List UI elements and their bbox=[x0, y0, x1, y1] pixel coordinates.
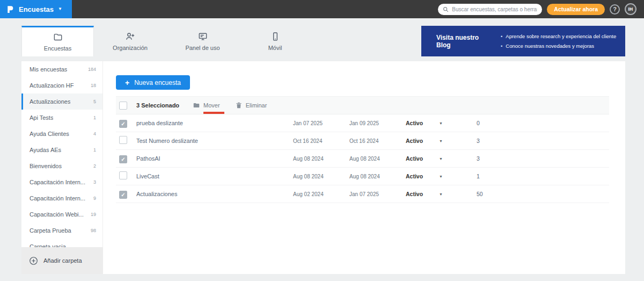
response-count: 3 bbox=[470, 138, 502, 144]
sidebar-folder-item[interactable]: Api Tests 1 bbox=[21, 110, 103, 126]
folder-label: Bienvenidos bbox=[30, 163, 62, 169]
folder-count: 2 bbox=[90, 163, 96, 169]
start-date: Jan 07 2025 bbox=[293, 120, 349, 126]
tabs-row: Encuestas Organización Panel de uso Móvi… bbox=[21, 26, 625, 56]
bullet-icon bbox=[501, 43, 502, 49]
folder-count: 19 bbox=[87, 212, 96, 217]
bullet-icon bbox=[501, 33, 502, 39]
survey-row: LiveCast Aug 08 2024 Aug 08 2024 Activo … bbox=[116, 168, 609, 185]
tab-label: Encuestas bbox=[44, 45, 71, 52]
survey-name[interactable]: Test Numero deslizante bbox=[136, 138, 293, 144]
tab-label: Panel de uso bbox=[185, 45, 219, 51]
tabs: Encuestas Organización Panel de uso Móvi… bbox=[21, 26, 311, 56]
response-count: 0 bbox=[470, 120, 502, 126]
row-checkbox[interactable] bbox=[119, 155, 127, 163]
product-menu[interactable]: Encuestas ▼ bbox=[0, 0, 72, 18]
tab-movil[interactable]: Móvil bbox=[239, 26, 311, 56]
folder-list: Mis encuestas 184 Actualizacion HF 18 Ac… bbox=[21, 61, 103, 255]
survey-name[interactable]: PathosAI bbox=[136, 155, 293, 162]
sidebar-folder-item[interactable]: Capacitación Webi... 19 bbox=[21, 206, 103, 222]
folder-label: Actualizacion HF bbox=[30, 82, 74, 89]
blog-promo-panel[interactable]: Visita nuestro Blog Aprende sobre resear… bbox=[421, 26, 625, 56]
survey-name[interactable]: LiveCast bbox=[136, 173, 293, 179]
search-box bbox=[438, 4, 542, 15]
folder-label: Actualizaciones bbox=[30, 98, 70, 105]
move-action[interactable]: Mover bbox=[193, 102, 220, 109]
folder-count: 18 bbox=[87, 83, 96, 88]
row-checkbox[interactable] bbox=[119, 191, 127, 199]
survey-name[interactable]: prueba deslizante bbox=[136, 120, 293, 126]
new-survey-button[interactable]: + Nueva encuesta bbox=[116, 75, 190, 90]
row-checkbox[interactable] bbox=[119, 136, 127, 144]
topbar-right: Actualizar ahora ? IH bbox=[438, 3, 644, 15]
screen-icon bbox=[197, 31, 208, 42]
annotation-underline bbox=[203, 112, 224, 114]
folder-label: Capacitación Intern... bbox=[30, 179, 85, 185]
search-input[interactable] bbox=[452, 6, 537, 12]
help-button[interactable]: ? bbox=[610, 4, 620, 15]
delete-label: Eliminar bbox=[246, 102, 267, 109]
blog-title: Visita nuestro Blog bbox=[421, 34, 501, 49]
select-all-checkbox[interactable] bbox=[119, 102, 127, 110]
sidebar-folder-item[interactable]: Bienvenidos 2 bbox=[21, 158, 103, 174]
start-date: Aug 02 2024 bbox=[293, 191, 349, 197]
add-folder-label: Añadir carpeta bbox=[43, 257, 82, 264]
start-date: Aug 08 2024 bbox=[293, 174, 349, 179]
body-row: Mis encuestas 184 Actualizacion HF 18 Ac… bbox=[21, 61, 625, 274]
plus-icon: + bbox=[125, 79, 129, 87]
status-dropdown-caret[interactable]: ▼ bbox=[439, 175, 470, 178]
update-now-button[interactable]: Actualizar ahora bbox=[547, 4, 605, 15]
sidebar-folder-item[interactable]: Actualizaciones 5 bbox=[21, 93, 103, 110]
product-menu-label: Encuestas bbox=[19, 5, 54, 13]
sidebar-folder-item[interactable]: Mis encuestas 184 bbox=[21, 61, 103, 77]
folder-count: 98 bbox=[87, 228, 96, 233]
folder-count: 1 bbox=[90, 147, 96, 153]
folder-count: 5 bbox=[90, 99, 96, 104]
folder-count: 184 bbox=[85, 67, 96, 72]
row-checkbox[interactable] bbox=[119, 120, 127, 128]
move-folder-icon bbox=[193, 102, 200, 109]
tab-panel-de-uso[interactable]: Panel de uso bbox=[166, 26, 239, 56]
folder-label: Capacitación Webi... bbox=[30, 211, 84, 218]
sidebar-folder-item[interactable]: Carpeta Prueba 98 bbox=[21, 222, 103, 239]
status-dropdown-caret[interactable]: ▼ bbox=[439, 192, 470, 196]
people-icon bbox=[125, 31, 136, 42]
sidebar-folder-item[interactable]: Ayuda Clientes 4 bbox=[21, 126, 103, 142]
end-date: Jan 07 2025 bbox=[349, 191, 406, 197]
sidebar-folder-item[interactable]: Capacitación Intern... 3 bbox=[21, 174, 103, 190]
start-date: Aug 08 2024 bbox=[293, 156, 349, 162]
end-date: Aug 08 2024 bbox=[349, 174, 406, 179]
sidebar-folder-item[interactable]: Capacitación Intern... 9 bbox=[21, 190, 103, 206]
delete-action[interactable]: Eliminar bbox=[235, 102, 267, 109]
folder-icon bbox=[53, 32, 63, 42]
folder-label: Ayuda Clientes bbox=[30, 131, 69, 137]
status-dropdown-caret[interactable]: ▼ bbox=[439, 139, 470, 143]
row-checkbox[interactable] bbox=[119, 171, 127, 179]
blog-bullet: Aprende sobre research y experiencia del… bbox=[501, 33, 616, 39]
folder-label: Carpeta Prueba bbox=[30, 227, 71, 234]
tab-encuestas[interactable]: Encuestas bbox=[21, 26, 94, 56]
plus-circle-icon bbox=[28, 256, 39, 266]
survey-name[interactable]: Actualizaciones bbox=[136, 191, 293, 197]
mobile-icon bbox=[270, 31, 281, 42]
sidebar-folder-item[interactable]: Ayudas AEs 1 bbox=[21, 142, 103, 158]
new-survey-label: Nueva encuesta bbox=[134, 79, 181, 87]
add-folder-button[interactable]: Añadir carpeta bbox=[21, 247, 103, 274]
survey-status: Activo bbox=[406, 173, 439, 179]
avatar[interactable]: IH bbox=[625, 3, 636, 15]
folder-label: Ayudas AEs bbox=[30, 147, 61, 153]
sidebar: Mis encuestas 184 Actualizacion HF 18 Ac… bbox=[21, 61, 103, 274]
status-dropdown-caret[interactable]: ▼ bbox=[439, 121, 470, 125]
response-count: 3 bbox=[470, 155, 502, 162]
blog-bullet: Conoce nuestras novedades y mejoras bbox=[501, 43, 616, 49]
folder-count: 9 bbox=[90, 196, 96, 201]
tab-organizacion[interactable]: Organización bbox=[94, 26, 166, 56]
tab-label: Móvil bbox=[268, 45, 282, 51]
end-date: Jan 09 2025 bbox=[349, 120, 406, 126]
status-dropdown-caret[interactable]: ▼ bbox=[439, 157, 470, 161]
content-frame: Encuestas Organización Panel de uso Móvi… bbox=[21, 26, 625, 274]
end-date: Oct 16 2024 bbox=[349, 138, 406, 144]
selected-count-label: 3 Seleccionado bbox=[136, 102, 179, 109]
sidebar-folder-item[interactable]: Actualizacion HF 18 bbox=[21, 77, 103, 93]
selection-bar: 3 Seleccionado Mover Eliminar bbox=[116, 96, 609, 114]
